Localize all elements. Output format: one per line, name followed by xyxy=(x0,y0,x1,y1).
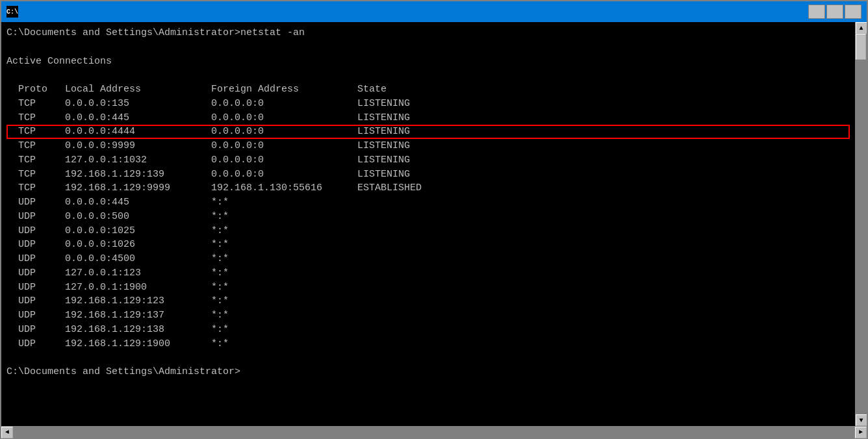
table-row: UDP 0.0.0.0:4500 *:* xyxy=(6,252,850,266)
table-row: UDP 0.0.0.0:445 *:* xyxy=(6,195,850,210)
titlebar: C:\ xyxy=(1,1,867,22)
maximize-button[interactable] xyxy=(826,5,843,19)
table-header: Proto Local Address Foreign Address Stat… xyxy=(6,82,850,97)
table-row: UDP 192.168.1.129:123 *:* xyxy=(6,294,850,308)
vertical-scrollbar[interactable]: ▲ ▼ xyxy=(855,22,867,426)
table-row: TCP 0.0.0.0:9999 0.0.0.0:0 LISTENING xyxy=(6,139,850,153)
table-row: TCP 127.0.0.1:1032 0.0.0.0:0 LISTENING xyxy=(6,153,850,168)
scrollbar-track[interactable] xyxy=(856,34,867,414)
table-row: TCP 0.0.0.0:445 0.0.0.0:0 LISTENING xyxy=(6,111,850,125)
horizontal-scrollbar[interactable]: ◄ ► xyxy=(1,426,867,438)
scroll-up-button[interactable]: ▲ xyxy=(856,22,867,34)
table-row: UDP 0.0.0.0:1026 *:* xyxy=(6,238,850,252)
active-connections-label: Active Connections xyxy=(6,55,850,69)
table-row: UDP 192.168.1.129:138 *:* xyxy=(6,323,850,337)
table-row: UDP 0.0.0.0:500 *:* xyxy=(6,210,850,224)
window-icon: C:\ xyxy=(6,6,18,18)
highlighted-row: TCP 0.0.0.0:4444 0.0.0.0:0 LISTENING xyxy=(6,125,850,139)
table-row: UDP 127.0.0.1:123 *:* xyxy=(6,266,850,281)
scrollbar-thumb[interactable] xyxy=(856,34,866,60)
blank-line-2 xyxy=(6,68,850,82)
table-row: TCP 0.0.0.0:135 0.0.0.0:0 LISTENING xyxy=(6,97,850,111)
content-area: C:\Documents and Settings\Administrator>… xyxy=(1,22,867,426)
scroll-down-button[interactable]: ▼ xyxy=(856,414,867,426)
table-row: TCP 192.168.1.129:9999 192.168.1.130:556… xyxy=(6,181,850,195)
table-row: UDP 192.168.1.129:137 *:* xyxy=(6,308,850,323)
close-button[interactable] xyxy=(845,5,862,19)
table-row: TCP 192.168.1.129:139 0.0.0.0:0 LISTENIN… xyxy=(6,168,850,182)
minimize-button[interactable] xyxy=(808,5,825,19)
command-prompt-line: C:\Documents and Settings\Administrator>… xyxy=(6,26,850,40)
bottom-prompt-line: C:\Documents and Settings\Administrator> xyxy=(6,365,850,379)
table-row: UDP 192.168.1.129:1900 *:* xyxy=(6,337,850,351)
terminal-output[interactable]: C:\Documents and Settings\Administrator>… xyxy=(1,22,855,426)
table-row: UDP 127.0.0.1:1900 *:* xyxy=(6,281,850,295)
command-prompt-window: C:\ C:\Documents and Settings\Administra… xyxy=(0,0,868,439)
blank-line xyxy=(6,40,850,55)
window-controls xyxy=(808,5,862,19)
blank-line-3 xyxy=(6,351,850,365)
table-row: UDP 0.0.0.0:1025 *:* xyxy=(6,224,850,238)
scroll-left-button[interactable]: ◄ xyxy=(1,427,13,438)
scroll-right-button[interactable]: ► xyxy=(855,427,867,438)
